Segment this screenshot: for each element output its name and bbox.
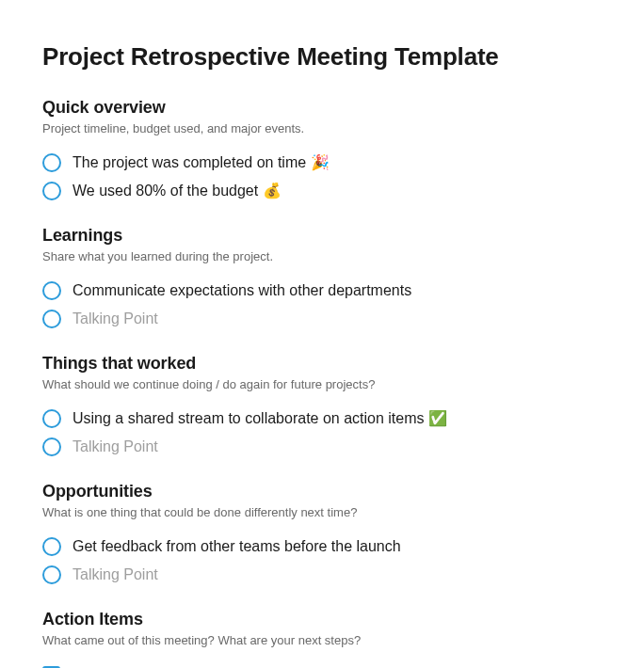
circle-icon[interactable] <box>42 281 61 300</box>
circle-icon[interactable] <box>42 310 61 328</box>
section: LearningsShare what you learned during t… <box>42 226 602 333</box>
circle-icon[interactable] <box>42 565 61 584</box>
item-text[interactable]: Talking Point <box>72 564 158 586</box>
section-description: Project timeline, budget used, and major… <box>42 121 602 135</box>
circle-icon[interactable] <box>42 437 61 456</box>
item-text[interactable]: Get feedback from other teams before the… <box>72 535 401 558</box>
circle-icon[interactable] <box>42 153 61 172</box>
list-item[interactable]: Talking Point <box>42 305 602 333</box>
section-description: What is one thing that could be done dif… <box>42 505 602 519</box>
list-item[interactable]: Talking Point <box>42 433 602 461</box>
item-text[interactable]: The project was completed on time 🎉 <box>72 151 330 174</box>
section-title: Opportunities <box>42 482 602 501</box>
circle-icon[interactable] <box>42 409 61 428</box>
list-item[interactable]: The project was completed on time 🎉 <box>42 149 602 177</box>
item-text[interactable]: Talking Point <box>72 308 158 330</box>
section-title: Quick overview <box>42 98 602 118</box>
section: Action ItemsWhat came out of this meetin… <box>42 610 602 668</box>
section: Quick overviewProject timeline, budget u… <box>42 98 602 205</box>
list-item[interactable]: Action item <box>42 660 602 668</box>
section-description: What should we continue doing / do again… <box>42 377 602 391</box>
section: OpportunitiesWhat is one thing that coul… <box>42 482 602 589</box>
list-item[interactable]: We used 80% of the budget 💰 <box>42 177 602 205</box>
list-item[interactable]: Get feedback from other teams before the… <box>42 533 602 561</box>
item-text[interactable]: Using a shared stream to collaborate on … <box>72 407 447 430</box>
list-item[interactable]: Using a shared stream to collaborate on … <box>42 405 602 433</box>
section-title: Learnings <box>42 226 602 246</box>
circle-icon[interactable] <box>42 537 61 556</box>
page-title: Project Retrospective Meeting Template <box>42 42 602 72</box>
section-description: What came out of this meeting? What are … <box>42 633 602 647</box>
list-item[interactable]: Communicate expectations with other depa… <box>42 277 602 305</box>
item-text[interactable]: Talking Point <box>72 436 158 458</box>
section-title: Things that worked <box>42 354 602 374</box>
list-item[interactable]: Talking Point <box>42 561 602 589</box>
item-text[interactable]: Action item <box>72 663 146 668</box>
item-text[interactable]: Communicate expectations with other depa… <box>72 279 411 302</box>
item-text[interactable]: We used 80% of the budget 💰 <box>72 180 282 202</box>
section-title: Action Items <box>42 610 602 629</box>
section-description: Share what you learned during the projec… <box>42 249 602 263</box>
circle-icon[interactable] <box>42 182 61 200</box>
section: Things that workedWhat should we continu… <box>42 354 602 461</box>
